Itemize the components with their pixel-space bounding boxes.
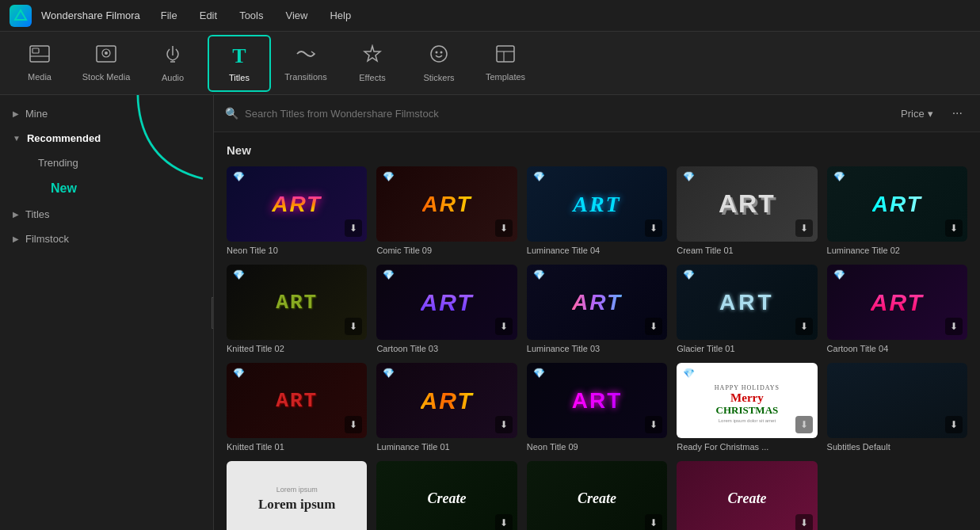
art-text: ART <box>422 192 472 217</box>
menu-help[interactable]: Help <box>325 6 356 25</box>
premium-badge: 💎 <box>683 368 694 379</box>
download-button[interactable]: ⬇ <box>795 416 813 433</box>
sidebar-item-titles[interactable]: ▶ Titles <box>0 202 213 227</box>
tile-label: Luminance Title 04 <box>527 246 667 255</box>
art-text: ART <box>421 289 474 316</box>
premium-badge: 💎 <box>233 368 244 379</box>
menu-view[interactable]: View <box>280 6 312 25</box>
tile-subtitles-default[interactable]: ⬇ Subtitles Default <box>827 363 967 452</box>
tile-label: Cream Title 01 <box>677 246 817 255</box>
sort-chevron-icon: ▾ <box>928 108 933 120</box>
tile-label: Cartoon Title 03 <box>376 344 517 353</box>
tool-stickers[interactable]: Stickers <box>407 35 471 92</box>
download-button[interactable]: ⬇ <box>645 514 662 530</box>
tile-ready-christmas[interactable]: 💎 HAPPY HOLIDAYS Merry CHRISTMAS Lorem i… <box>677 363 817 452</box>
stock-media-icon <box>96 45 116 67</box>
premium-badge: 💎 <box>233 171 244 182</box>
art-text: ART <box>572 388 623 414</box>
section-title: New <box>227 143 967 157</box>
svg-point-6 <box>105 51 108 55</box>
premium-badge: 💎 <box>233 269 244 280</box>
sidebar-item-filmstock[interactable]: ▶ Filmstock <box>0 227 213 251</box>
menu-tools[interactable]: Tools <box>235 6 268 25</box>
tile-lorem-ipsum[interactable]: Lorem ipsum Lorem ipsum Lorem Ipsum <box>227 461 367 530</box>
download-button[interactable]: ⬇ <box>645 219 662 237</box>
premium-badge: 💎 <box>683 269 694 280</box>
sidebar-item-new[interactable]: New <box>25 175 213 202</box>
tile-neon-title-10[interactable]: 💎 ART ⬇ Neon Title 10 <box>227 166 367 255</box>
tile-label: Glacier Title 01 <box>677 344 817 353</box>
menu-file[interactable]: File <box>156 6 182 25</box>
tool-templates-label: Templates <box>486 72 525 82</box>
tool-effects[interactable]: Effects <box>341 35 404 92</box>
tile-glacier-title-01[interactable]: 💎 ART ⬇ Glacier Title 01 <box>677 265 817 353</box>
christmas-sub: Lorem ipsum dolor sit amet <box>715 418 780 423</box>
art-text: ART <box>872 192 922 217</box>
download-button[interactable]: ⬇ <box>345 219 362 237</box>
download-button[interactable]: ⬇ <box>795 514 813 530</box>
tile-luminance-title-01[interactable]: 💎 ART ⬇ Luminance Title 01 <box>376 363 517 452</box>
tool-titles[interactable]: T Titles <box>208 35 271 92</box>
tool-templates[interactable]: Templates <box>474 35 537 92</box>
sidebar-collapse-btn[interactable]: ‹ <box>212 297 214 329</box>
tile-label: Ready For Christmas ... <box>677 442 817 452</box>
sidebar-item-trending[interactable]: Trending <box>25 151 213 175</box>
svg-rect-2 <box>32 48 39 53</box>
tile-luminance-title-02[interactable]: 💎 ART ⬇ Luminance Title 02 <box>827 166 967 255</box>
more-button[interactable]: ··· <box>946 103 969 124</box>
download-button[interactable]: ⬇ <box>645 416 662 433</box>
tile-cartoon-title-04[interactable]: 💎 ART ⬇ Cartoon Title 04 <box>827 265 967 353</box>
tile-create-pink[interactable]: Create ⬇ Create <box>677 461 817 530</box>
effects-icon <box>363 44 382 68</box>
tile-comic-title-09[interactable]: 💎 ART ⬇ Comic Title 09 <box>376 166 517 255</box>
tool-titles-label: Titles <box>229 73 250 82</box>
tile-label: Cartoon Title 04 <box>827 344 967 353</box>
tool-stickers-label: Stickers <box>423 73 454 82</box>
svg-point-9 <box>431 46 447 62</box>
sort-button[interactable]: Price ▾ <box>894 105 940 123</box>
download-button[interactable]: ⬇ <box>945 416 963 433</box>
content-area: 🔍 Price ▾ ··· New 💎 ART ⬇ Neon Title 10 <box>214 95 980 530</box>
search-input[interactable] <box>245 108 888 120</box>
app-logo <box>10 5 32 27</box>
tool-audio[interactable]: Audio <box>141 35 204 92</box>
art-text: ART <box>871 289 924 316</box>
create-label: Create <box>727 490 766 507</box>
download-button[interactable]: ⬇ <box>345 318 362 335</box>
tool-stock-media[interactable]: Stock Media <box>74 35 138 92</box>
download-button[interactable]: ⬇ <box>495 514 513 530</box>
tool-transitions[interactable]: Transitions <box>274 35 337 92</box>
sidebar-section-recommended[interactable]: ▼ Recommended <box>0 126 213 151</box>
christmas-word: CHRISTMAS <box>715 404 780 417</box>
menu-bar: File Edit Tools View Help <box>156 6 356 25</box>
tile-luminance-title-04[interactable]: 💎 ART ⬇ Luminance Title 04 <box>527 166 667 255</box>
tile-create-dark2[interactable]: Create ⬇ Create <box>527 461 667 530</box>
download-button[interactable]: ⬇ <box>495 416 513 433</box>
tool-media[interactable]: Media <box>8 35 71 92</box>
tiles-container: New 💎 ART ⬇ Neon Title 10 💎 ART <box>214 132 980 530</box>
sidebar-recommended-label: Recommended <box>27 132 101 144</box>
tile-knitted-title-02[interactable]: 💎 ART ⬇ Knitted Title 02 <box>227 265 367 353</box>
tile-label: Subtitles Default <box>827 442 967 452</box>
download-button[interactable]: ⬇ <box>795 318 813 335</box>
tile-knitted-title-01[interactable]: 💎 ART ⬇ Knitted Title 01 <box>227 363 367 452</box>
menu-edit[interactable]: Edit <box>195 6 222 25</box>
tile-cream-title-01[interactable]: 💎 ART ⬇ Cream Title 01 <box>677 166 817 255</box>
download-button[interactable]: ⬇ <box>945 219 963 237</box>
transitions-icon <box>296 45 316 67</box>
download-button[interactable]: ⬇ <box>795 219 813 237</box>
tile-neon-title-09[interactable]: 💎 ART ⬇ Neon Title 09 <box>527 363 667 452</box>
sidebar-item-mine[interactable]: ▶ Mine <box>0 101 213 126</box>
tile-cartoon-title-03[interactable]: 💎 ART ⬇ Cartoon Title 03 <box>376 265 517 353</box>
download-button[interactable]: ⬇ <box>645 318 662 335</box>
create-label: Create <box>578 490 616 507</box>
tile-create-dark[interactable]: Create ⬇ Create <box>376 461 517 530</box>
tile-label: Luminance Title 01 <box>376 442 517 452</box>
tile-luminance-title-03[interactable]: 💎 ART ⬇ Luminance Title 03 <box>527 265 667 353</box>
tile-label: Knitted Title 01 <box>227 442 367 452</box>
tool-media-label: Media <box>28 72 51 82</box>
download-button[interactable]: ⬇ <box>495 318 513 335</box>
download-button[interactable]: ⬇ <box>945 318 963 335</box>
download-button[interactable]: ⬇ <box>345 416 362 433</box>
download-button[interactable]: ⬇ <box>495 219 513 237</box>
